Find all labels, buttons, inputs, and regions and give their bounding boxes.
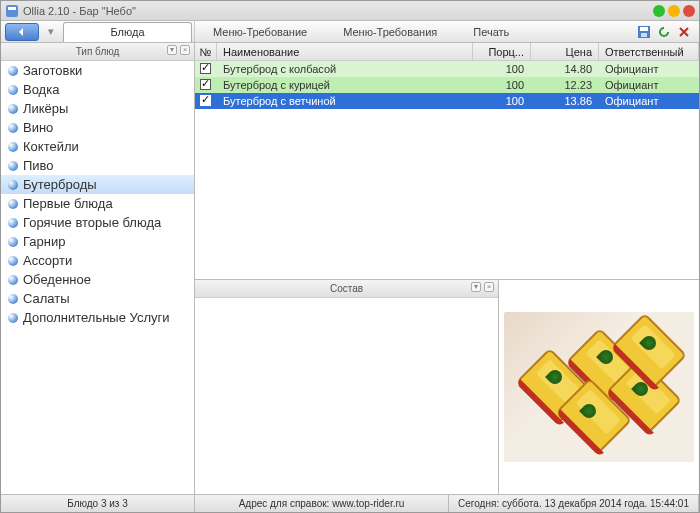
col-header-portion[interactable]: Порц...	[473, 43, 531, 60]
row-checkbox[interactable]	[195, 79, 217, 92]
sidebar: Тип блюд ▾ × ЗаготовкиВодкаЛикёрыВиноКок…	[1, 43, 195, 494]
dish-photo	[504, 312, 694, 462]
sidebar-item[interactable]: Ликёры	[1, 99, 194, 118]
sidebar-item[interactable]: Дополнительные Услуги	[1, 308, 194, 327]
sidebar-item-label: Гарнир	[23, 234, 65, 249]
svg-rect-4	[641, 33, 647, 37]
bullet-icon	[7, 103, 19, 115]
panel-close-icon[interactable]: ×	[180, 45, 190, 55]
menu-print[interactable]: Печать	[455, 26, 527, 38]
sidebar-item[interactable]: Первые блюда	[1, 194, 194, 213]
menu-requirements[interactable]: Меню-Требования	[325, 26, 455, 38]
svg-rect-1	[8, 7, 16, 10]
table-row[interactable]: Бутерброд с колбасой10014.80Официант	[195, 61, 699, 77]
table-row[interactable]: Бутерброд с ветчиной10013.86Официант	[195, 93, 699, 109]
bullet-icon	[7, 179, 19, 191]
compose-header-label: Состав	[330, 283, 363, 294]
statusbar: Блюдо 3 из 3 Адрес для справок: www.top-…	[1, 494, 699, 512]
bullet-icon	[7, 217, 19, 229]
sidebar-item-label: Коктейли	[23, 139, 79, 154]
right-column: № Наименование Порц... Цена Ответственны…	[195, 43, 699, 494]
toolbar-nav-segment: ▾ Блюда	[1, 21, 195, 42]
cell-name: Бутерброд с курицей	[217, 79, 473, 91]
cell-portion: 100	[473, 63, 531, 75]
main-content: Тип блюд ▾ × ЗаготовкиВодкаЛикёрыВиноКок…	[1, 43, 699, 494]
sidebar-item[interactable]: Пиво	[1, 156, 194, 175]
col-header-responsible[interactable]: Ответственный	[599, 43, 699, 60]
cell-portion: 100	[473, 79, 531, 91]
svg-rect-0	[6, 5, 18, 17]
bullet-icon	[7, 255, 19, 267]
tab-dishes[interactable]: Блюда	[63, 22, 192, 42]
nav-forward-button[interactable]: ▾	[43, 25, 59, 38]
bullet-icon	[7, 122, 19, 134]
app-window: Ollia 2.10 - Бар "Небо" ▾ Блюда Меню-Тре…	[0, 0, 700, 513]
panel-collapse-icon[interactable]: ▾	[471, 282, 481, 292]
sidebar-item[interactable]: Бутерброды	[1, 175, 194, 194]
cell-price: 14.80	[531, 63, 599, 75]
cell-price: 12.23	[531, 79, 599, 91]
grid-header: № Наименование Порц... Цена Ответственны…	[195, 43, 699, 61]
bullet-icon	[7, 236, 19, 248]
sidebar-header: Тип блюд ▾ ×	[1, 43, 194, 61]
sidebar-item[interactable]: Ассорти	[1, 251, 194, 270]
sidebar-item-label: Вино	[23, 120, 53, 135]
refresh-icon[interactable]	[657, 25, 671, 39]
bullet-icon	[7, 84, 19, 96]
sidebar-item[interactable]: Водка	[1, 80, 194, 99]
compose-body	[195, 298, 498, 494]
dish-grid: № Наименование Порц... Цена Ответственны…	[195, 43, 699, 280]
close-button[interactable]	[683, 5, 695, 17]
status-left: Блюдо 3 из 3	[1, 495, 195, 512]
cell-name: Бутерброд с ветчиной	[217, 95, 473, 107]
sidebar-item[interactable]: Вино	[1, 118, 194, 137]
col-header-num[interactable]: №	[195, 43, 217, 60]
cell-portion: 100	[473, 95, 531, 107]
sidebar-item-label: Дополнительные Услуги	[23, 310, 170, 325]
toolbar: ▾ Блюда Меню-Требование Меню-Требования …	[1, 21, 699, 43]
status-right: Сегодня: суббота. 13 декабря 2014 года. …	[449, 495, 699, 512]
cell-price: 13.86	[531, 95, 599, 107]
panel-close-icon[interactable]: ×	[484, 282, 494, 292]
image-panel	[499, 280, 699, 494]
row-checkbox[interactable]	[195, 63, 217, 76]
bullet-icon	[7, 198, 19, 210]
compose-panel: Состав ▾ ×	[195, 280, 499, 494]
bullet-icon	[7, 274, 19, 286]
sidebar-item[interactable]: Заготовки	[1, 61, 194, 80]
sidebar-item-label: Салаты	[23, 291, 70, 306]
sidebar-item[interactable]: Салаты	[1, 289, 194, 308]
bullet-icon	[7, 293, 19, 305]
sidebar-item[interactable]: Горячие вторые блюда	[1, 213, 194, 232]
menu-bar: Меню-Требование Меню-Требования Печать	[195, 21, 637, 42]
cell-name: Бутерброд с колбасой	[217, 63, 473, 75]
menu-requirement[interactable]: Меню-Требование	[195, 26, 325, 38]
row-checkbox[interactable]	[195, 95, 217, 108]
panel-collapse-icon[interactable]: ▾	[167, 45, 177, 55]
sidebar-item[interactable]: Гарнир	[1, 232, 194, 251]
titlebar: Ollia 2.10 - Бар "Небо"	[1, 1, 699, 21]
sidebar-item-label: Бутерброды	[23, 177, 97, 192]
svg-rect-3	[640, 27, 648, 31]
nav-back-button[interactable]	[5, 23, 39, 41]
sidebar-item[interactable]: Обеденное	[1, 270, 194, 289]
sidebar-item[interactable]: Коктейли	[1, 137, 194, 156]
col-header-name[interactable]: Наименование	[217, 43, 473, 60]
status-center: Адрес для справок: www.top-rider.ru	[195, 495, 449, 512]
bullet-icon	[7, 312, 19, 324]
minimize-button[interactable]	[653, 5, 665, 17]
table-row[interactable]: Бутерброд с курицей10012.23Официант	[195, 77, 699, 93]
grid-body: Бутерброд с колбасой10014.80ОфициантБуте…	[195, 61, 699, 279]
window-title: Ollia 2.10 - Бар "Небо"	[23, 5, 653, 17]
sidebar-item-label: Ликёры	[23, 101, 68, 116]
app-icon	[5, 4, 19, 18]
save-icon[interactable]	[637, 25, 651, 39]
window-controls	[653, 5, 695, 17]
maximize-button[interactable]	[668, 5, 680, 17]
col-header-price[interactable]: Цена	[531, 43, 599, 60]
delete-icon[interactable]	[677, 25, 691, 39]
category-list: ЗаготовкиВодкаЛикёрыВиноКоктейлиПивоБуте…	[1, 61, 194, 494]
cell-responsible: Официант	[599, 95, 699, 107]
cell-responsible: Официант	[599, 63, 699, 75]
sidebar-item-label: Горячие вторые блюда	[23, 215, 161, 230]
